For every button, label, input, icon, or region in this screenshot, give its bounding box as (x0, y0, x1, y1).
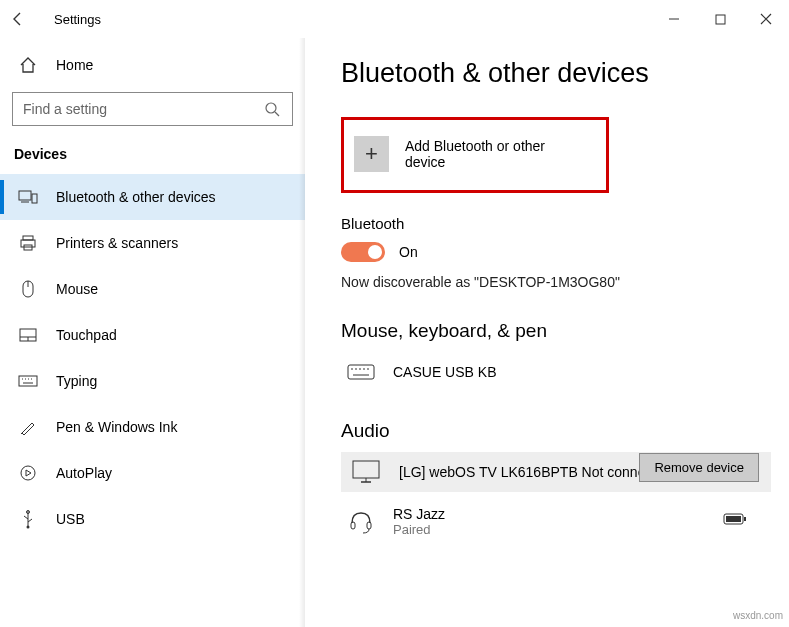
sidebar-item-label: Bluetooth & other devices (56, 189, 216, 205)
search-input[interactable]: Find a setting (12, 92, 293, 126)
section-mouse-keyboard: Mouse, keyboard, & pen (341, 320, 771, 342)
svg-rect-8 (21, 240, 35, 247)
autoplay-icon (18, 463, 38, 483)
keyboard-icon (18, 371, 38, 391)
sidebar-item-label: Typing (56, 373, 97, 389)
svg-rect-4 (19, 191, 31, 200)
svg-rect-35 (351, 522, 355, 529)
svg-rect-7 (23, 236, 33, 240)
close-button[interactable] (743, 0, 789, 38)
sidebar-item-pen[interactable]: Pen & Windows Ink (0, 404, 305, 450)
svg-rect-25 (348, 365, 374, 379)
svg-rect-36 (367, 522, 371, 529)
sidebar-home-label: Home (56, 57, 93, 73)
sidebar-divider (299, 38, 305, 627)
pen-icon (18, 417, 38, 437)
svg-rect-1 (716, 15, 725, 24)
maximize-button[interactable] (697, 0, 743, 38)
svg-rect-39 (726, 516, 741, 522)
sidebar-item-touchpad[interactable]: Touchpad (0, 312, 305, 358)
device-row-keyboard[interactable]: CASUE USB KB (341, 352, 771, 392)
svg-point-2 (266, 103, 276, 113)
sidebar-item-label: Pen & Windows Ink (56, 419, 177, 435)
watermark: wsxdn.com (733, 610, 783, 621)
mouse-icon (18, 279, 38, 299)
section-audio: Audio (341, 420, 771, 442)
discoverable-text: Now discoverable as "DESKTOP-1M3OG80" (341, 274, 771, 290)
titlebar: Settings (0, 0, 789, 38)
device-name: [LG] webOS TV LK616BPTB (399, 464, 578, 480)
search-icon (262, 99, 282, 119)
sidebar-item-label: Touchpad (56, 327, 117, 343)
keyboard-icon (347, 362, 375, 382)
sidebar-item-label: AutoPlay (56, 465, 112, 481)
minimize-button[interactable] (651, 0, 697, 38)
device-name: RS Jazz (393, 506, 445, 522)
window-title: Settings (54, 12, 101, 27)
devices-icon (18, 187, 38, 207)
main-content: Bluetooth & other devices + Add Bluetoot… (305, 38, 789, 627)
sidebar-item-autoplay[interactable]: AutoPlay (0, 450, 305, 496)
sidebar-item-usb[interactable]: USB (0, 496, 305, 542)
sidebar-item-mouse[interactable]: Mouse (0, 266, 305, 312)
add-device-label: Add Bluetooth or other device (405, 138, 584, 170)
device-card-tv[interactable]: [LG] webOS TV LK616BPTB Not connected Re… (341, 452, 771, 492)
sidebar: Home Find a setting Devices Bluetooth & … (0, 38, 305, 627)
touchpad-icon (18, 325, 38, 345)
search-placeholder: Find a setting (23, 101, 107, 117)
page-title: Bluetooth & other devices (341, 58, 771, 89)
svg-point-21 (21, 466, 35, 480)
headset-icon (347, 512, 375, 532)
svg-point-24 (27, 526, 30, 529)
svg-rect-15 (19, 376, 37, 386)
svg-rect-5 (32, 194, 37, 203)
sidebar-section-label: Devices (0, 140, 305, 174)
bluetooth-toggle[interactable] (341, 242, 385, 262)
back-button[interactable] (10, 11, 42, 27)
sidebar-home[interactable]: Home (0, 46, 305, 84)
sidebar-item-label: USB (56, 511, 85, 527)
home-icon (18, 55, 38, 75)
bluetooth-label: Bluetooth (341, 215, 771, 232)
sidebar-item-label: Printers & scanners (56, 235, 178, 251)
add-device-button[interactable]: + Add Bluetooth or other device (341, 117, 609, 193)
svg-rect-32 (353, 461, 379, 478)
device-status: Paired (393, 522, 445, 537)
device-name: CASUE USB KB (393, 364, 496, 380)
sidebar-item-bluetooth[interactable]: Bluetooth & other devices (0, 174, 305, 220)
monitor-icon (351, 462, 381, 482)
svg-rect-38 (744, 517, 746, 521)
battery-icon (723, 513, 747, 525)
toggle-state: On (399, 244, 418, 260)
svg-line-3 (275, 112, 279, 116)
printer-icon (18, 233, 38, 253)
remove-device-button[interactable]: Remove device (639, 453, 759, 482)
sidebar-item-typing[interactable]: Typing (0, 358, 305, 404)
sidebar-item-printers[interactable]: Printers & scanners (0, 220, 305, 266)
sidebar-item-label: Mouse (56, 281, 98, 297)
device-row-headset[interactable]: RS Jazz Paired (341, 492, 771, 547)
usb-icon (18, 509, 38, 529)
plus-icon: + (354, 136, 389, 172)
